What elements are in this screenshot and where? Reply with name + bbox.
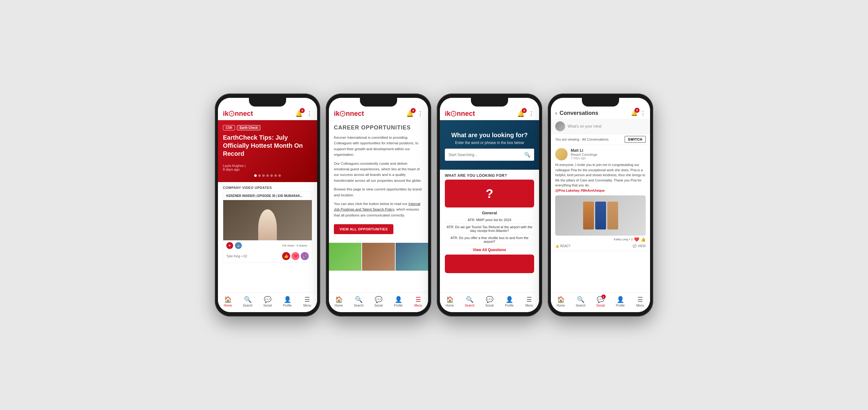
phone-1-frame: ik✕nnect 🔔 8 ⋮ CSR E <box>215 94 320 316</box>
hero-dot-3[interactable] <box>262 174 265 177</box>
view-action[interactable]: 💬 VIEW <box>633 244 646 248</box>
react-btn-3[interactable]: 🎉 <box>301 252 309 260</box>
msg-hashtag[interactable]: #WeAreUnique <box>581 189 605 192</box>
nav-menu-2[interactable]: ☰ Menu <box>408 295 428 308</box>
thumb-emoji: 👍 <box>641 237 646 242</box>
more-options-1[interactable]: ⋮ <box>307 110 312 117</box>
hero-dots <box>223 174 312 177</box>
hero-author: Layla Hughes | 8 days ago <box>223 164 312 171</box>
social-icon-2: 💬 <box>375 296 382 303</box>
search-go-icon[interactable]: 🔍 <box>521 149 534 161</box>
msg-name: Mali Li <box>571 148 597 153</box>
view-all-btn[interactable]: VIEW ALL OPPORTUNITIES <box>334 224 393 234</box>
faq-item-1[interactable]: ATR: MWP price list for 2024 <box>445 216 534 224</box>
post-composer[interactable]: What's on your mind <box>551 119 650 134</box>
profile-icon-4: 👤 <box>617 296 624 303</box>
switch-button[interactable]: SWITCH <box>625 136 646 143</box>
tag-earthcheck[interactable]: Earth Check <box>237 125 260 130</box>
phone-2-bottom-nav: 🏠 Home 🔍 Search 💬 Social 👤 Profile <box>329 292 428 312</box>
career-para-4: You can also click the button below to r… <box>334 201 423 218</box>
career-title: CAREER OPPORTUNITIES <box>334 125 423 131</box>
nav-menu-label-2: Menu <box>414 304 422 307</box>
nav-search-2[interactable]: 🔍 Search <box>349 295 369 308</box>
bell-icon-2[interactable]: 🔔 8 <box>406 110 414 117</box>
hero-dot-6[interactable] <box>274 174 277 177</box>
react-action[interactable]: 👍 REACT <box>555 244 571 248</box>
home-icon-1: 🏠 <box>224 296 232 303</box>
composer-placeholder: What's on your mind <box>568 124 601 129</box>
kathy-label: Kathy Long + 2 <box>614 238 633 241</box>
nav-home-label-4: Home <box>557 304 565 307</box>
nav-home-label-3: Home <box>446 304 454 307</box>
nav-menu-3[interactable]: ☰ Menu <box>519 295 539 308</box>
nav-social-2[interactable]: 💬 Social <box>369 295 389 308</box>
nav-home-4[interactable]: 🏠 Home <box>551 295 571 308</box>
nav-profile-3[interactable]: 👤 Profile <box>499 295 519 308</box>
msg-tag[interactable]: @Pria Lakshay <box>555 189 580 192</box>
nav-profile-2[interactable]: 👤 Profile <box>389 295 408 308</box>
search-hero: What are you looking for? Enter the word… <box>440 120 539 170</box>
react-btn-1[interactable]: 👍 <box>282 252 290 260</box>
tag-csr[interactable]: CSR <box>223 125 235 130</box>
phone-3-bottom-nav: 🏠 Home 🔍 Search 💬 Social 👤 Profile <box>440 292 539 312</box>
hero-dot-7[interactable] <box>278 174 281 177</box>
hero-dot-2[interactable] <box>258 174 261 177</box>
faq-view-all[interactable]: View All Questions <box>440 245 539 254</box>
react-btn-2[interactable]: ❤️ <box>291 252 300 260</box>
more-options-4[interactable]: ⋮ <box>640 110 646 116</box>
phone-4-bottom-nav: 🏠 Home 🔍 Search 💬 1 Social <box>551 292 650 312</box>
bell-icon-4[interactable]: 🔔 8 <box>631 110 638 116</box>
hero-dot-1[interactable] <box>254 174 257 177</box>
photo-grid <box>329 243 428 271</box>
person-3 <box>607 202 618 230</box>
faq-item-3[interactable]: ATR: Do you offer a free shuttle bus to … <box>445 234 534 245</box>
nav-search-label-2: Search <box>354 304 364 307</box>
home-icon-4: 🏠 <box>557 296 565 303</box>
hero-dot-5[interactable] <box>270 174 273 177</box>
phone-2-screen: ik✕nnect 🔔 8 ⋮ CAREER OPPORTUNITIES Kerz… <box>329 98 428 312</box>
nav-social-4[interactable]: 💬 1 Social <box>591 295 610 308</box>
nav-search-1[interactable]: 🔍 Search <box>238 295 258 308</box>
nav-home-2[interactable]: 🏠 Home <box>329 295 349 308</box>
viewing-label: You are viewing - All Conversations <box>555 137 609 141</box>
nav-menu-4[interactable]: ☰ Menu <box>630 295 650 308</box>
composer-avatar <box>555 122 565 131</box>
nav-menu-1[interactable]: ☰ Menu <box>297 295 317 308</box>
phone-2: ik✕nnect 🔔 8 ⋮ CAREER OPPORTUNITIES Kerz… <box>326 94 431 316</box>
nav-home-3[interactable]: 🏠 Home <box>440 295 460 308</box>
search-input[interactable] <box>445 149 521 160</box>
phone-3-frame: ik✕nnect 🔔 8 ⋮ What are you looking for?… <box>437 94 542 316</box>
profile-icon-3: 👤 <box>506 296 514 303</box>
nav-social-1[interactable]: 💬 Social <box>258 295 277 308</box>
thumbs-up-icon: 👍 <box>555 244 559 248</box>
notification-badge-4: 8 <box>634 108 640 113</box>
social-icon-1: 💬 <box>264 296 272 303</box>
msg-time: 2 days ago <box>571 157 597 160</box>
nav-social-label-3: Social <box>485 304 494 307</box>
video-card: KERZNER INSIDER | EPISODE 30 | EID MUBAR… <box>223 192 312 263</box>
thumb-icon: 👍 <box>235 242 242 249</box>
nav-menu-label-3: Menu <box>525 304 533 307</box>
nav-search-label-3: Search <box>465 304 475 307</box>
more-options-2[interactable]: ⋮ <box>417 110 423 117</box>
more-options-3[interactable]: ⋮ <box>529 110 534 117</box>
faq-item-2[interactable]: ATR: Do we get Tourist Tax Refund at the… <box>445 224 534 234</box>
menu-icon-4: ☰ <box>638 296 643 303</box>
status-bar-conv: You are viewing - All Conversations SWIT… <box>551 134 650 145</box>
photo-3 <box>396 243 428 271</box>
nav-social-3[interactable]: 💬 Social <box>479 295 499 308</box>
nav-search-3[interactable]: 🔍 Search <box>460 295 479 308</box>
bell-icon-1[interactable]: 🔔 8 <box>295 110 303 117</box>
hero-dot-4[interactable] <box>266 174 269 177</box>
nav-profile-1[interactable]: 👤 Profile <box>277 295 297 308</box>
bell-icon-3[interactable]: 🔔 8 <box>517 110 525 117</box>
search-icon-4: 🔍 <box>577 296 585 303</box>
faq-card[interactable]: ? <box>445 180 534 207</box>
video-thumbnail[interactable]: ▶ <box>223 200 312 240</box>
search-hero-sub: Enter the word or phrase in the box belo… <box>445 141 534 145</box>
back-arrow[interactable]: ‹ <box>555 110 557 116</box>
nav-search-4[interactable]: 🔍 Search <box>571 295 591 308</box>
nav-home-1[interactable]: 🏠 Home <box>218 295 238 308</box>
phone-4: ‹ Conversations 🔔 8 ⋮ What's on your min… <box>548 94 653 316</box>
nav-profile-4[interactable]: 👤 Profile <box>610 295 630 308</box>
